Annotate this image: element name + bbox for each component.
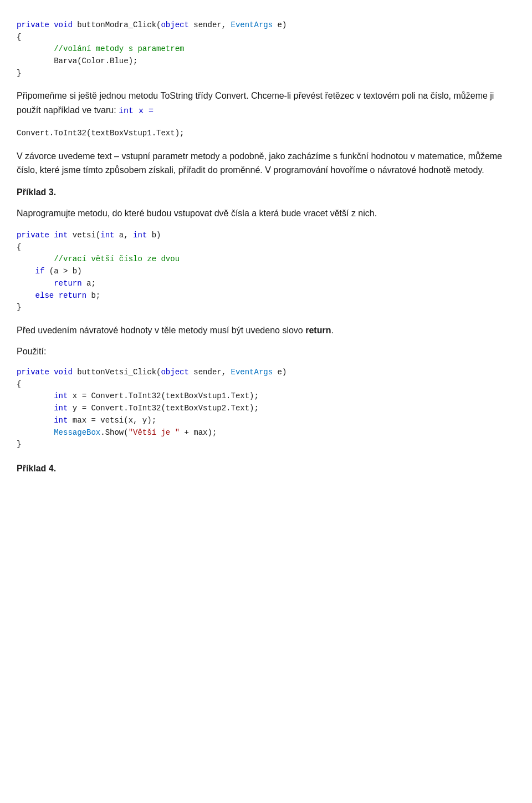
code-block-3: private void buttonVetsi_Click(object se… — [17, 364, 515, 454]
code-line: { — [17, 379, 515, 391]
paragraph-2: V závorce uvedeme text – vstupní paramet… — [17, 149, 515, 177]
code-line: int max = vetsi(x, y); — [17, 415, 515, 427]
code-block-2: private int vetsi(int a, int b) { //vrac… — [17, 227, 515, 317]
code-line: if (a > b) — [17, 266, 515, 278]
paragraph-1: Připomeňme si ještě jednou metodu ToStri… — [17, 89, 515, 118]
code-block-1: private void buttonModra_Click(object se… — [17, 17, 515, 82]
bold-return: return — [305, 326, 331, 335]
code-line: Barva(Color.Blue); — [17, 55, 515, 68]
usage-label: Použití: — [17, 344, 515, 359]
code-line: //vrací větší číslo ze dvou — [17, 253, 515, 266]
example-3-heading: Příklad 3. — [17, 185, 515, 200]
code-line: //volání metody s parametrem — [17, 43, 515, 55]
code-line: { — [17, 32, 515, 44]
code-line: } — [17, 302, 515, 314]
code-line: } — [17, 439, 515, 451]
inline-code-1: int x = — [119, 106, 154, 116]
example-4-heading: Příklad 4. — [17, 461, 515, 476]
code-line: int y = Convert.ToInt32(textBoxVstup2.Te… — [17, 403, 515, 415]
code-line: private void buttonVetsi_Click(object se… — [17, 367, 515, 379]
code-line: { — [17, 242, 515, 254]
code-line: private int vetsi(int a, int b) — [17, 230, 515, 242]
code-line: return a; — [17, 278, 515, 290]
code-line: int x = Convert.ToInt32(textBoxVstup1.Te… — [17, 390, 515, 403]
code-block-inline: Convert.ToInt32(textBoxVstup1.Text); — [17, 125, 515, 143]
code-line: Convert.ToInt32(textBoxVstup1.Text); — [17, 128, 515, 140]
code-line: } — [17, 68, 515, 80]
code-line: MessageBox.Show("Větší je " + max); — [17, 427, 515, 439]
paragraph-3: Před uvedením návratové hodnoty v těle m… — [17, 323, 515, 338]
code-line: private void buttonModra_Click(object se… — [17, 19, 515, 32]
code-line: else return b; — [17, 290, 515, 302]
example-3-text: Naprogramujte metodu, do které budou vst… — [17, 206, 515, 221]
